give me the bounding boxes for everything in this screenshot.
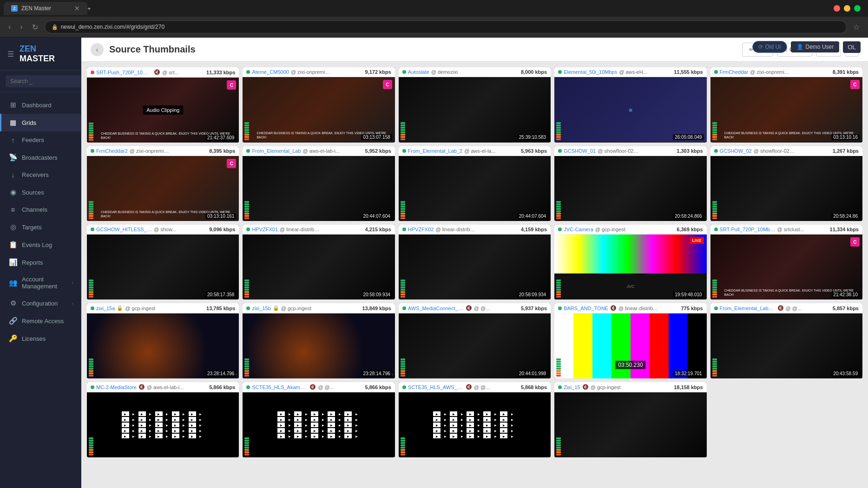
source-name[interactable]: FrmCheddar [720,69,749,75]
source-name[interactable]: From_Elemental_Lab [252,148,301,154]
sidebar-item-events-log[interactable]: 📋 Events Log [0,236,81,254]
thumbnail-item[interactable]: From_Elemental_Lab @ aws-el-lab-i... 5,9… [243,146,395,221]
thumbnail-item[interactable]: GCSHOW_01 @ showfloor-02-bx 1,303 kbps 2… [554,146,706,221]
source-name[interactable]: SCTE35_HLS_Akamai_Return [252,384,308,390]
source-name[interactable]: SRT-Push_720P_10Mbps [96,70,152,75]
source-name[interactable]: BARS_AND_TONE [564,306,608,311]
source-name[interactable]: HPVZFX02 [408,227,434,232]
video-thumbnail[interactable]: ▶▶▶▶▶▶▶▶▶▶▶▶▶▶▶▶▶▶▶▶▶▶▶▶▶▶▶▶▶▶▶▶▶▶▶▶▶▶▶▶… [87,392,239,457]
search-input[interactable] [6,75,85,87]
hamburger-menu[interactable]: ☰ [7,50,14,59]
video-thumbnail[interactable]: LIVE JVC 19:59:48.010 [554,234,706,299]
sidebar-item-licenses[interactable]: 🔑 Licenses [0,330,81,347]
thumbnail-item[interactable]: FrmCheddar2 @ zixi-onpremise-bx 8,395 kb… [87,146,239,221]
thumbnail-item[interactable]: HPVZFX01 @ linear-distribution 4,215 kbp… [243,225,395,299]
thumbnail-item[interactable]: GCSHOW_02 @ showfloor-02-bx 1,267 kbps 2… [710,146,862,221]
thumbnail-item[interactable]: Elemental_50i_10Mbps @ aws-eH... 11,555 … [554,67,706,143]
video-thumbnail[interactable]: 20:44:01.998 [399,313,551,378]
video-thumbnail[interactable]: ◼ 26:05:08.049 [554,77,706,142]
thumbnail-item[interactable]: zixi_15b 🔒 @ gcp-ingest 13,849 kbps blen… [243,303,395,378]
sidebar-item-sources[interactable]: ◉ Sources [0,183,81,201]
sidebar-item-account-management[interactable]: 👥 Account Management › [0,271,81,294]
thumbnail-item[interactable]: SCTE35_HLS_AWS_Return 🔇 @ @... 5,868 kbp… [399,382,551,457]
thumbnail-item[interactable]: MC-2-MediaStore 🔇 @ aws-el-lab-i... 5,86… [87,382,239,457]
video-thumbnail[interactable]: 20:44:07.604 [243,156,395,221]
source-name[interactable]: JVC-Camera [564,227,593,232]
forward-button[interactable]: › [17,21,25,33]
sidebar-item-channels[interactable]: ≡ Channels [0,201,81,218]
user-menu-button[interactable]: 👤 Demo User [791,41,840,52]
video-thumbnail[interactable]: C CHEDDAR BUSINESS IS TAKING A QUICK BRE… [87,156,239,221]
source-name[interactable]: GCSHOW_01 [564,148,596,154]
source-name[interactable]: MC-2-MediaStore [96,384,137,390]
source-name[interactable]: Zixi_15 [564,384,580,390]
url-bar[interactable]: 🔒 newui_demo.zen.zixi.com/#/grids/grid/2… [45,20,847,33]
thumbnail-grid-container[interactable]: SRT-Push_720P_10Mbps 🔇 @ srt... 11,333 k… [81,62,868,488]
source-name[interactable]: zixi_15a [96,306,115,311]
bookmark-button[interactable]: ☆ [850,21,862,33]
video-thumbnail[interactable]: C CHEDDAR BUSINESS IS TAKING A QUICK BRE… [87,78,239,143]
sidebar-item-configuration[interactable]: ⚙ Configuration › [0,294,81,312]
thumbnail-item[interactable]: JVC-Camera @ gcp-ingest 6,369 kbps LIVE … [554,225,706,299]
thumbnail-item[interactable]: SCTE35_HLS_Akamai_Return 🔇 @ @... 5,866 … [243,382,395,457]
thumbnail-item[interactable]: SRT-Pull_720P_10Mbps @ srtclust... 11,33… [710,225,862,299]
sidebar-item-dashboard[interactable]: ⊞ Dashboard [0,96,81,114]
profile-avatar-button[interactable]: OL [843,41,861,53]
video-thumbnail[interactable]: 25:39:10.583 [399,77,551,142]
window-max-button[interactable] [854,5,861,12]
back-navigation-button[interactable]: ‹ [91,43,104,56]
video-thumbnail[interactable]: C CHEDDAR BUSINESS IS TAKING A QUICK BRE… [710,234,862,299]
thumbnail-item[interactable]: From_Elemental_Lab_hitless 🔇 @ @... 5,85… [710,303,862,378]
source-name[interactable]: From_Elemental_Lab_hitless [720,306,776,311]
thumbnail-item[interactable]: Autoslate @ demozixi 8,000 kbps 25:39:10… [399,67,551,143]
thumbnail-item[interactable]: GCSHOW_HITLESS_01_02 @ show... 9,096 kbp… [87,225,239,299]
thumbnail-item[interactable]: FrmCheddar @ zixi-onpremise-bx 8,391 kbp… [710,67,862,143]
source-name[interactable]: Elemental_50i_10Mbps [564,69,617,75]
thumbnail-item[interactable]: From_Elemental_Lab_2 @ aws-el-la... 5,96… [399,146,551,221]
video-thumbnail[interactable]: 20:58:17.358 [87,234,239,299]
tab-close-button[interactable]: ✕ [74,5,80,12]
video-thumbnail[interactable] [554,392,706,457]
video-thumbnail[interactable]: blender 23:28:14.796 [243,313,395,378]
thumbnail-item[interactable]: AWS_MediaConnect_Source 🔇 @ @... 5,937 k… [399,303,551,378]
source-name[interactable]: FrmCheddar2 [96,148,128,154]
source-name[interactable]: Ateme_CM5000 [252,69,289,75]
thumbnail-item[interactable]: Zixi_15 🔇 @ gcp-ingest 18,158 kbps [554,382,706,457]
source-name[interactable]: Autoslate [408,69,429,75]
video-thumbnail[interactable]: blender 23:28:14.796 [87,313,239,378]
thumbnail-item[interactable]: Ateme_CM5000 @ zixi-onpremise-bx 9,172 k… [243,67,395,143]
video-thumbnail[interactable]: 20:58:24.866 [554,156,706,221]
window-close-button[interactable] [834,5,840,12]
thumbnail-item[interactable]: zixi_15a 🔒 @ gcp-ingest 13,785 kbps blen… [87,303,239,378]
video-thumbnail[interactable]: ▶▶▶▶▶▶▶▶▶▶▶▶▶▶▶▶▶▶▶▶▶▶▶▶▶▶▶▶▶▶▶▶▶▶▶▶▶▶▶▶… [243,392,395,457]
video-thumbnail[interactable]: 20:44:07.604 [399,156,551,221]
video-thumbnail[interactable]: 20:58:24.86 [710,156,862,221]
thumbnail-item[interactable]: SRT-Push_720P_10Mbps 🔇 @ srt... 11,333 k… [87,67,239,143]
video-thumbnail[interactable]: C CHEDDAR BUSINESS IS TAKING A QUICK BRE… [710,77,862,142]
reload-button[interactable]: ↻ [29,21,41,33]
sidebar-item-reports[interactable]: 📊 Reports [0,254,81,271]
thumbnail-item[interactable]: HPVZFX02 @ linear-distribution 4,159 kbp… [399,225,551,299]
thumbnail-item[interactable]: BARS_AND_TONE 🔇 @ linear-distrib... 775 … [554,303,706,378]
source-name[interactable]: HPVZFX01 [252,227,278,232]
sidebar-item-receivers[interactable]: ↓ Receivers [0,166,81,183]
old-ui-button[interactable]: ⟳ Old UI [752,41,787,53]
active-tab[interactable]: Z ZEN Master ✕ [4,2,87,15]
video-thumbnail[interactable]: 20:58:09.934 [243,234,395,299]
video-thumbnail[interactable]: ▶▶▶▶▶▶▶▶▶▶▶▶▶▶▶▶▶▶▶▶▶▶▶▶▶▶▶▶▶▶▶▶▶▶▶▶▶▶▶▶… [399,392,551,457]
sidebar-item-remote-access[interactable]: 🔗 Remote Access [0,312,81,330]
source-name[interactable]: SRT-Pull_720P_10Mbps [720,227,776,232]
sidebar-item-targets[interactable]: ◎ Targets [0,218,81,236]
source-name[interactable]: zixi_15b [252,306,270,311]
source-name[interactable]: From_Elemental_Lab_2 [408,148,462,154]
new-tab-button[interactable]: + [87,5,91,12]
source-name[interactable]: GCSHOW_02 [720,148,752,154]
window-min-button[interactable] [844,5,850,12]
sidebar-item-feeders[interactable]: ↑ Feeders [0,131,81,149]
video-thumbnail[interactable]: 20:58:09.934 [399,234,551,299]
sidebar-item-broadcasters[interactable]: 📡 Broadcasters [0,149,81,166]
video-thumbnail[interactable]: C CHEDDAR BUSINESS IS TAKING A QUICK BRE… [243,77,395,142]
sidebar-item-grids[interactable]: ▦ Grids [0,114,81,131]
source-name[interactable]: GCSHOW_HITLESS_01_02 [96,227,152,232]
back-button[interactable]: ‹ [6,21,13,33]
